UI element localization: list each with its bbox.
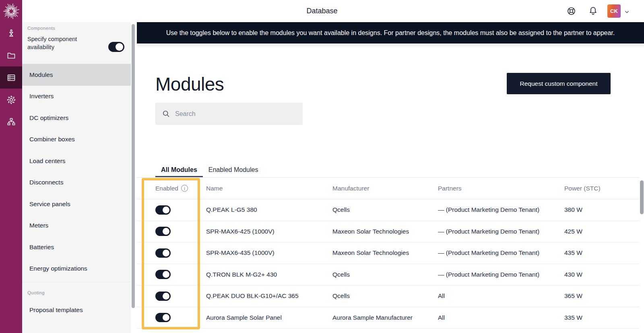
aurora-logo[interactable] [0, 0, 22, 22]
tab-all-modules[interactable]: All Modules [155, 163, 203, 177]
availability-toggle[interactable] [108, 42, 124, 52]
manufacturer-cell: Maxeon Solar Technologies [332, 228, 438, 235]
table-row: Q.TRON BLK M-G2+ 430Qcells— (Product Mar… [137, 264, 639, 286]
power-cell: 365 W [564, 292, 639, 300]
manufacturer-cell: Qcells [332, 292, 438, 300]
table-row: Q.PEAK L-G5 380Qcells— (Product Marketin… [137, 199, 639, 221]
org-hierarchy-icon[interactable] [0, 111, 22, 133]
starburst-logo-icon [2, 2, 20, 20]
quoting-section-label: Quoting [27, 290, 45, 295]
partners-cell: — (Product Marketing Demo Tenant) [438, 249, 564, 256]
sidebar-item-disconnects[interactable]: Disconnects [22, 172, 131, 194]
banner-shadow [137, 43, 644, 48]
modules-table: Enabled i Name Manufacturer Partners Pow… [137, 177, 639, 329]
tab-enabled-modules[interactable]: Enabled Modules [203, 163, 264, 177]
sidebar-item-energy-optimizations[interactable]: Energy optimizations [22, 258, 131, 280]
manufacturer-cell: Qcells [332, 271, 438, 278]
column-header-manufacturer: Manufacturer [332, 185, 438, 192]
table-row: Aurora Sample Solar PanelAurora Sample M… [137, 307, 639, 329]
partners-cell: — (Product Marketing Demo Tenant) [438, 228, 564, 235]
row-enabled-toggle[interactable] [155, 313, 171, 322]
enabled-cell [137, 248, 206, 258]
components-sidebar: Components Specify component availabilit… [22, 22, 131, 333]
name-cell: SPR-MAX6-425 (1000V) [206, 228, 332, 235]
modules-heading: Modules [155, 73, 224, 95]
manufacturer-cell: Qcells [332, 206, 438, 213]
app-root: Database CK Components Specify component… [0, 0, 644, 333]
page-title: Database [22, 7, 622, 15]
name-cell: Aurora Sample Solar Panel [206, 314, 332, 321]
sidebar-item-service-panels[interactable]: Service panels [22, 193, 131, 215]
projects-icon[interactable] [0, 22, 22, 44]
manufacturer-cell: Aurora Sample Manufacturer [332, 314, 438, 321]
sidebar-scrollbar[interactable] [132, 24, 135, 308]
database-icon[interactable] [0, 66, 22, 89]
chevron-down-icon[interactable] [624, 9, 630, 16]
table-header-row: Enabled i Name Manufacturer Partners Pow… [137, 178, 639, 199]
partners-cell: All [438, 314, 564, 321]
column-header-enabled: Enabled i [137, 185, 206, 192]
sidebar-item-inverters[interactable]: Inverters [22, 86, 131, 108]
info-icon[interactable]: i [181, 185, 188, 192]
column-header-partners: Partners [438, 185, 564, 192]
power-cell: 430 W [564, 271, 639, 278]
search-input[interactable] [174, 110, 296, 118]
name-cell: SPR-MAX6-435 (1000V) [206, 249, 332, 256]
column-header-power: Power (STC) [564, 185, 639, 192]
table-row: Q.PEAK DUO BLK-G10+/AC 365QcellsAll365 W [137, 285, 639, 307]
row-enabled-toggle[interactable] [155, 292, 171, 301]
request-custom-component-button[interactable]: Request custom component [507, 73, 611, 94]
top-bar: Database CK [22, 0, 644, 22]
main-content: Use the toggles below to enable the modu… [137, 22, 644, 333]
folder-icon[interactable] [0, 44, 22, 66]
settings-gear-icon[interactable] [0, 89, 22, 111]
power-cell: 425 W [564, 228, 639, 235]
table-row: SPR-MAX6-425 (1000V)Maxeon Solar Technol… [137, 221, 639, 243]
power-cell: 380 W [564, 206, 639, 213]
manufacturer-cell: Maxeon Solar Technologies [332, 249, 438, 256]
module-tabs: All ModulesEnabled Modules [155, 163, 264, 177]
partners-cell: All [438, 292, 564, 300]
sidebar-item-dc-optimizers[interactable]: DC optimizers [22, 107, 131, 129]
column-header-name: Name [206, 185, 332, 192]
sidebar-item-load-centers[interactable]: Load centers [22, 150, 131, 172]
enabled-cell [137, 270, 206, 279]
enabled-cell [137, 313, 206, 322]
table-row: SPR-MAX6-435 (1000V)Maxeon Solar Technol… [137, 242, 639, 264]
help-lifebuoy-icon[interactable] [566, 6, 576, 18]
notifications-bell-icon[interactable] [588, 6, 598, 18]
availability-label: Specify component availability [27, 35, 92, 51]
sidebar-item-meters[interactable]: Meters [22, 215, 131, 237]
power-cell: 335 W [564, 314, 639, 321]
search-box[interactable] [155, 103, 303, 125]
name-cell: Q.TRON BLK M-G2+ 430 [206, 271, 332, 278]
sidebar-item-combiner-boxes[interactable]: Combiner boxes [22, 129, 131, 151]
table-body: Q.PEAK L-G5 380Qcells— (Product Marketin… [137, 199, 639, 329]
search-icon [162, 110, 170, 118]
row-enabled-toggle[interactable] [155, 248, 171, 258]
components-section-label: Components [27, 26, 55, 31]
sidebar-item-batteries[interactable]: Batteries [22, 236, 131, 258]
sidebar-item-proposal-templates[interactable]: Proposal templates [22, 299, 131, 321]
info-banner: Use the toggles below to enable the modu… [137, 22, 644, 43]
partners-cell: — (Product Marketing Demo Tenant) [438, 206, 564, 213]
name-cell: Q.PEAK L-G5 380 [206, 206, 332, 213]
enabled-cell [137, 292, 206, 301]
sidebar-item-modules[interactable]: Modules [22, 64, 131, 86]
sidebar-divider [22, 282, 131, 282]
user-avatar[interactable]: CK [607, 4, 621, 18]
row-enabled-toggle[interactable] [155, 227, 171, 236]
enabled-cell [137, 227, 206, 236]
row-enabled-toggle[interactable] [155, 270, 171, 279]
partners-cell: — (Product Marketing Demo Tenant) [438, 271, 564, 278]
row-enabled-toggle[interactable] [155, 205, 171, 215]
enabled-cell [137, 205, 206, 215]
page-scrollbar[interactable] [640, 180, 644, 214]
power-cell: 435 W [564, 249, 639, 256]
quoting-menu: Proposal templates [22, 299, 131, 321]
name-cell: Q.PEAK DUO BLK-G10+/AC 365 [206, 292, 332, 300]
icon-rail [0, 0, 22, 333]
sidebar-menu: ModulesInvertersDC optimizersCombiner bo… [22, 64, 131, 279]
